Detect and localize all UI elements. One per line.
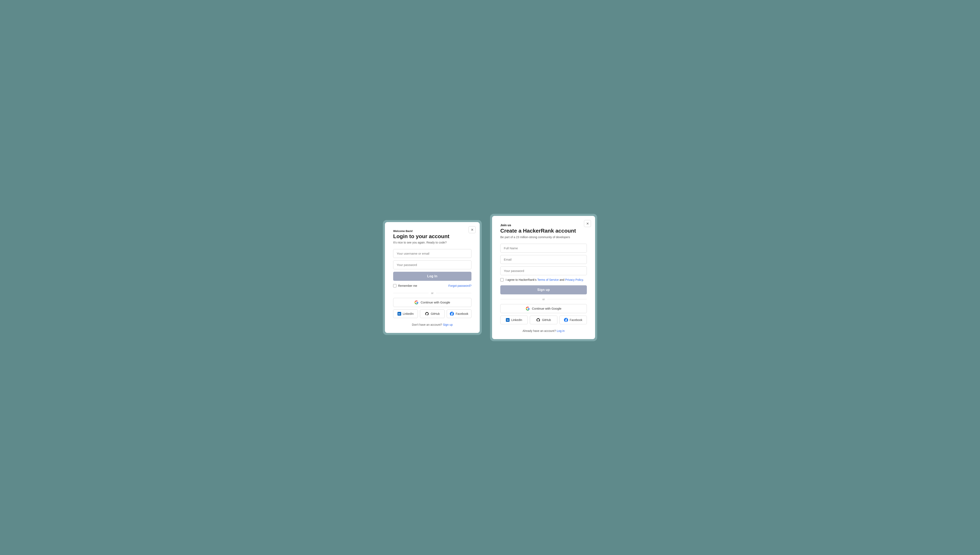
terms-of-service-link[interactable]: Terms of Service xyxy=(537,278,559,281)
facebook-icon xyxy=(564,318,568,322)
linkedin-signup-button[interactable]: in LinkedIn xyxy=(500,316,528,324)
google-icon xyxy=(414,300,419,305)
linkedin-login-button[interactable]: in LinkedIn xyxy=(393,310,418,318)
signup-tagline: Be part of a 23 million-strong community… xyxy=(500,236,587,239)
close-icon: ✕ xyxy=(586,222,589,226)
google-icon xyxy=(526,306,530,311)
close-icon: ✕ xyxy=(471,228,473,232)
login-close-button[interactable]: ✕ xyxy=(468,226,476,233)
github-icon xyxy=(425,312,429,316)
facebook-login-button[interactable]: Facebook xyxy=(447,310,472,318)
signup-button[interactable]: Sign up xyxy=(500,286,587,294)
login-heading: Login to your account xyxy=(393,233,472,240)
signup-modal-wrapper: ✕ Join us Create a HackerRank account Be… xyxy=(490,214,597,341)
signup-social-buttons-row: in LinkedIn GitHub Facebook xyxy=(500,316,587,324)
google-signup-label: Continue with Google xyxy=(532,307,561,310)
terms-text: I agree to HackerRank's Terms of Service… xyxy=(506,278,584,282)
facebook-signup-button[interactable]: Facebook xyxy=(560,316,587,324)
google-login-button[interactable]: Continue with Google xyxy=(393,298,472,307)
terms-row: I agree to HackerRank's Terms of Service… xyxy=(500,278,587,282)
join-label: Join us xyxy=(500,223,587,227)
forgot-password-link[interactable]: Forgot password? xyxy=(448,284,472,287)
linkedin-icon: in xyxy=(506,318,510,322)
facebook-label: Facebook xyxy=(456,312,468,315)
github-icon xyxy=(536,318,540,322)
github-label: GitHub xyxy=(431,312,440,315)
fullname-input[interactable] xyxy=(500,244,587,253)
remember-checkbox[interactable] xyxy=(393,284,396,287)
signup-modal: ✕ Join us Create a HackerRank account Be… xyxy=(492,216,595,339)
signup-close-button[interactable]: ✕ xyxy=(584,220,591,227)
linkedin-label: LinkedIn xyxy=(511,318,522,322)
github-login-button[interactable]: GitHub xyxy=(420,310,445,318)
login-bottom-text: Don't have an account? Sign up xyxy=(393,323,472,326)
divider-text: or xyxy=(431,292,433,295)
github-label: GitHub xyxy=(542,318,551,322)
signup-password-input[interactable] xyxy=(500,266,587,275)
password-input[interactable] xyxy=(393,260,472,269)
facebook-label: Facebook xyxy=(570,318,582,322)
email-input[interactable] xyxy=(500,255,587,264)
login-modal-wrapper: ✕ Welcome Back! Login to your account It… xyxy=(383,220,482,335)
github-signup-button[interactable]: GitHub xyxy=(530,316,557,324)
facebook-icon xyxy=(450,312,454,316)
google-signup-button[interactable]: Continue with Google xyxy=(500,304,587,313)
login-modal: ✕ Welcome Back! Login to your account It… xyxy=(385,222,480,333)
signup-heading: Create a HackerRank account xyxy=(500,228,587,234)
linkedin-label: LinkedIn xyxy=(403,312,414,315)
username-input[interactable] xyxy=(393,249,472,258)
remember-forgot-row: Remember me Forgot password? xyxy=(393,284,472,287)
login-link[interactable]: Log in xyxy=(557,329,565,332)
signup-divider: or xyxy=(500,298,587,301)
login-title: Welcome Back! xyxy=(393,229,472,233)
terms-checkbox[interactable] xyxy=(500,278,504,281)
login-divider: or xyxy=(393,292,472,295)
signup-link[interactable]: Sign up xyxy=(443,323,453,326)
signup-bottom-text: Already have an account? Log in xyxy=(500,329,587,332)
login-button[interactable]: Log In xyxy=(393,272,472,281)
divider-text: or xyxy=(542,298,545,301)
remember-text: Remember me xyxy=(398,284,417,287)
login-tagline: It's nice to see you again. Ready to cod… xyxy=(393,241,472,244)
privacy-policy-link[interactable]: Privacy Policy xyxy=(565,278,583,281)
linkedin-icon: in xyxy=(398,312,401,316)
google-login-label: Continue with Google xyxy=(420,301,450,304)
social-buttons-row: in LinkedIn GitHub Facebook xyxy=(393,310,472,318)
remember-label[interactable]: Remember me xyxy=(393,284,417,287)
